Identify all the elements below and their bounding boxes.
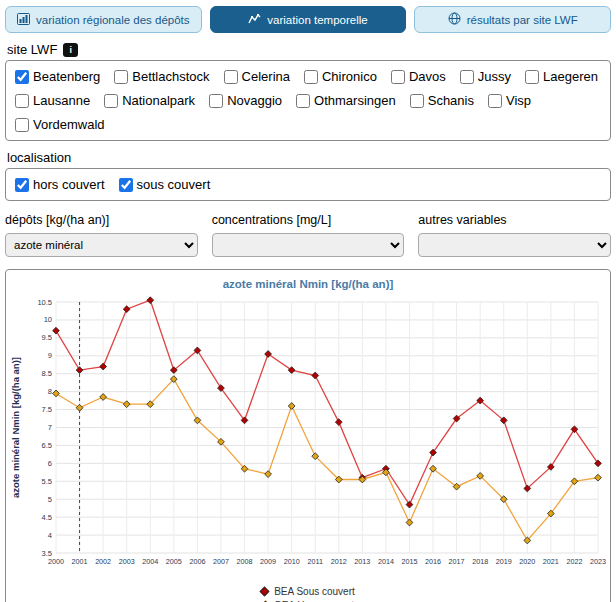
filter-depots-label: dépôts [kg/(ha an)] (5, 213, 198, 227)
svg-text:2020: 2020 (519, 557, 535, 566)
site-label: Beatenberg (33, 69, 100, 84)
site-item[interactable]: Vordemwald (15, 117, 105, 132)
globe-icon (448, 12, 461, 27)
localisation-item[interactable]: sous couvert (119, 177, 211, 192)
svg-text:2013: 2013 (354, 557, 370, 566)
svg-text:9: 9 (48, 351, 52, 360)
site-label: Celerina (242, 69, 290, 84)
site-item[interactable]: Beatenberg (15, 69, 100, 84)
site-checkbox[interactable] (488, 94, 502, 108)
site-checkbox[interactable] (391, 70, 405, 84)
site-label: Chironico (322, 69, 377, 84)
site-checkbox[interactable] (15, 94, 29, 108)
bar-chart-icon (17, 13, 30, 27)
svg-text:8.5: 8.5 (42, 369, 52, 378)
filter-autres: autres variables (418, 213, 611, 257)
svg-text:2012: 2012 (331, 557, 347, 566)
tab-variation-temporelle[interactable]: variation temporelle (210, 6, 407, 33)
chart-title: azote minéral Nmin [kg/(ha an)] (9, 278, 607, 290)
svg-text:8: 8 (48, 387, 52, 396)
site-label: Schanis (428, 93, 474, 108)
top-tab-bar: variation régionale des dépôts variation… (5, 6, 611, 33)
svg-text:9.5: 9.5 (42, 333, 52, 342)
site-item[interactable]: Schanis (410, 93, 474, 108)
tab-label: variation régionale des dépôts (36, 14, 189, 26)
svg-text:10: 10 (44, 315, 52, 324)
site-checkbox[interactable] (15, 70, 29, 84)
filters-row: dépôts [kg/(ha an)] azote minéral concen… (5, 213, 611, 257)
site-checkbox[interactable] (525, 70, 539, 84)
svg-text:2011: 2011 (307, 557, 322, 566)
filter-depots: dépôts [kg/(ha an)] azote minéral (5, 213, 198, 257)
site-item[interactable]: Novaggio (209, 93, 282, 108)
svg-text:2016: 2016 (425, 557, 441, 566)
svg-text:2022: 2022 (566, 557, 582, 566)
localisation-checkbox[interactable] (15, 178, 29, 192)
tab-label: variation temporelle (267, 14, 367, 26)
site-item[interactable]: Visp (488, 93, 531, 108)
svg-text:2004: 2004 (142, 557, 158, 566)
svg-text:2009: 2009 (260, 557, 276, 566)
app-page: variation régionale des dépôts variation… (0, 0, 616, 602)
site-item[interactable]: Jussy (460, 69, 511, 84)
site-checkbox[interactable] (296, 94, 310, 108)
svg-text:2000: 2000 (48, 557, 64, 566)
concentrations-select[interactable] (212, 233, 405, 257)
svg-text:2017: 2017 (449, 557, 465, 566)
svg-text:7: 7 (48, 423, 52, 432)
site-label: Othmarsingen (314, 93, 396, 108)
svg-text:10.5: 10.5 (37, 298, 52, 307)
svg-text:2010: 2010 (284, 557, 300, 566)
site-lwf-label: site LWF (7, 42, 57, 57)
localisation-label: localisation (7, 150, 71, 165)
legend-label: BEA Sous couvert (274, 586, 355, 597)
filter-concentrations-label: concentrations [mg/L] (212, 213, 405, 227)
site-item[interactable]: Celerina (224, 69, 290, 84)
site-item[interactable]: Laegeren (525, 69, 598, 84)
autres-variables-select[interactable] (418, 233, 611, 257)
localisation-item[interactable]: hors couvert (15, 177, 105, 192)
localisation-checkbox[interactable] (119, 178, 133, 192)
legend-item[interactable]: BEA Sous couvert (261, 586, 355, 597)
site-checkbox[interactable] (460, 70, 474, 84)
site-item[interactable]: Othmarsingen (296, 93, 396, 108)
site-checkbox[interactable] (224, 70, 238, 84)
site-checkbox-panel: BeatenbergBettlachstockCelerinaChironico… (5, 60, 611, 141)
legend-diamond-icon (260, 587, 270, 597)
site-item[interactable]: Lausanne (15, 93, 90, 108)
site-label: Bettlachstock (132, 69, 209, 84)
site-lwf-label-row: site LWF i (7, 42, 609, 57)
site-item[interactable]: Chironico (304, 69, 377, 84)
site-checkbox[interactable] (410, 94, 424, 108)
site-label: Jussy (478, 69, 511, 84)
svg-text:2021: 2021 (543, 557, 559, 566)
svg-text:2003: 2003 (119, 557, 135, 566)
tab-variation-regionale[interactable]: variation régionale des dépôts (5, 6, 202, 33)
site-checkbox[interactable] (104, 94, 118, 108)
svg-text:2018: 2018 (472, 557, 488, 566)
svg-text:5: 5 (48, 495, 52, 504)
site-item[interactable]: Bettlachstock (114, 69, 209, 84)
svg-text:6: 6 (48, 459, 52, 468)
svg-text:2007: 2007 (213, 557, 229, 566)
site-checkbox[interactable] (304, 70, 318, 84)
site-checkbox[interactable] (15, 118, 29, 132)
svg-text:2023: 2023 (590, 557, 606, 566)
site-checkbox[interactable] (209, 94, 223, 108)
svg-text:2019: 2019 (496, 557, 512, 566)
tab-resultats-site-lwf[interactable]: résultats par site LWF (414, 6, 611, 33)
depots-select[interactable]: azote minéral (5, 233, 198, 257)
localisation-label: sous couvert (137, 177, 211, 192)
site-item[interactable]: Davos (391, 69, 446, 84)
svg-text:2001: 2001 (72, 557, 88, 566)
line-chart: 3.544.555.566.577.588.599.51010.52000200… (9, 294, 607, 578)
svg-text:azote minéral Nmin [kg/(ha an): azote minéral Nmin [kg/(ha an)] (10, 357, 21, 498)
site-label: Nationalpark (122, 93, 195, 108)
tab-label: résultats par site LWF (467, 14, 578, 26)
site-checkbox[interactable] (114, 70, 128, 84)
site-item[interactable]: Nationalpark (104, 93, 195, 108)
svg-text:2002: 2002 (95, 557, 111, 566)
filter-autres-label: autres variables (418, 213, 611, 227)
svg-text:4: 4 (48, 531, 52, 540)
info-icon[interactable]: i (63, 43, 78, 57)
